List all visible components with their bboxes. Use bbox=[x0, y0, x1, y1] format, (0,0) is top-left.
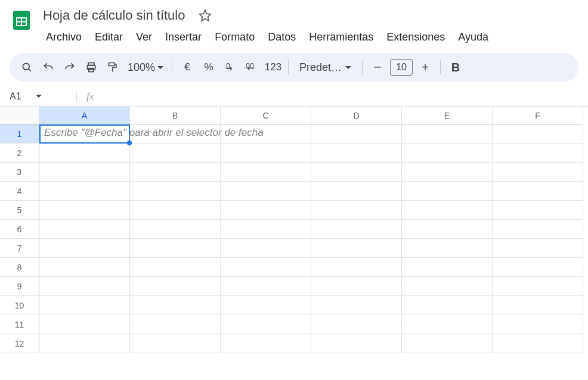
undo-icon[interactable] bbox=[38, 57, 58, 77]
cell[interactable] bbox=[221, 239, 311, 258]
cell[interactable] bbox=[221, 144, 311, 163]
cell[interactable] bbox=[39, 239, 130, 258]
row-header[interactable]: 7 bbox=[0, 239, 39, 258]
bold-button[interactable]: B bbox=[445, 57, 466, 77]
cell[interactable] bbox=[130, 315, 221, 334]
document-title[interactable]: Hoja de cálculo sin título bbox=[39, 7, 188, 24]
cell[interactable] bbox=[39, 334, 130, 353]
cell[interactable] bbox=[39, 296, 130, 315]
cell[interactable] bbox=[130, 144, 221, 163]
row-header[interactable]: 4 bbox=[0, 182, 39, 201]
cell[interactable] bbox=[39, 258, 130, 277]
cell[interactable] bbox=[39, 201, 130, 220]
cell[interactable] bbox=[221, 277, 311, 296]
row-header[interactable]: 5 bbox=[0, 201, 39, 220]
row-header[interactable]: 1 bbox=[0, 124, 39, 144]
cell[interactable] bbox=[402, 315, 493, 334]
row-header[interactable]: 2 bbox=[0, 144, 39, 163]
increase-font-size-button[interactable]: + bbox=[415, 57, 435, 77]
search-icon[interactable] bbox=[17, 57, 37, 77]
zoom-dropdown[interactable]: 100% bbox=[124, 61, 167, 74]
cell[interactable] bbox=[402, 296, 493, 315]
cell[interactable] bbox=[402, 201, 493, 220]
cell[interactable] bbox=[221, 220, 311, 239]
font-family-dropdown[interactable]: Predet… bbox=[293, 61, 357, 74]
cell[interactable] bbox=[311, 258, 402, 277]
cell[interactable] bbox=[130, 124, 221, 144]
cell[interactable] bbox=[402, 144, 493, 163]
cell[interactable] bbox=[493, 315, 583, 334]
cell[interactable] bbox=[402, 334, 493, 353]
row-header[interactable]: 9 bbox=[0, 277, 39, 296]
menu-extensiones[interactable]: Extensiones bbox=[380, 27, 451, 47]
cell[interactable] bbox=[221, 124, 311, 144]
select-all-corner[interactable] bbox=[0, 107, 39, 124]
cell[interactable] bbox=[221, 334, 311, 353]
cell[interactable] bbox=[221, 296, 311, 315]
paint-format-icon[interactable] bbox=[103, 57, 123, 77]
row-header[interactable]: 10 bbox=[0, 296, 39, 315]
cell[interactable] bbox=[493, 277, 583, 296]
column-header[interactable]: F bbox=[493, 107, 583, 124]
cell[interactable] bbox=[402, 163, 493, 182]
formula-input[interactable] bbox=[97, 86, 588, 106]
cell[interactable] bbox=[39, 220, 130, 239]
cell[interactable] bbox=[493, 239, 583, 258]
row-header[interactable]: 6 bbox=[0, 220, 39, 239]
increase-decimal-icon[interactable]: .00 bbox=[242, 57, 262, 77]
column-header[interactable]: E bbox=[402, 107, 493, 124]
cell[interactable] bbox=[493, 144, 583, 163]
cell[interactable] bbox=[311, 296, 402, 315]
cell[interactable] bbox=[493, 124, 583, 144]
cell[interactable] bbox=[221, 258, 311, 277]
cell[interactable] bbox=[39, 163, 130, 182]
cell[interactable] bbox=[402, 182, 493, 201]
cell[interactable] bbox=[130, 258, 221, 277]
decrease-decimal-icon[interactable]: .0 bbox=[220, 57, 240, 77]
cell[interactable] bbox=[311, 144, 402, 163]
cell[interactable] bbox=[39, 124, 130, 144]
cell[interactable] bbox=[130, 277, 221, 296]
cell[interactable] bbox=[311, 182, 402, 201]
redo-icon[interactable] bbox=[60, 57, 80, 77]
row-header[interactable]: 12 bbox=[0, 334, 39, 353]
cell[interactable] bbox=[493, 334, 583, 353]
cell[interactable] bbox=[311, 163, 402, 182]
cell[interactable] bbox=[402, 239, 493, 258]
number-format-button[interactable]: 123 bbox=[263, 57, 283, 77]
cell[interactable] bbox=[130, 296, 221, 315]
cell[interactable] bbox=[311, 201, 402, 220]
cell[interactable] bbox=[311, 315, 402, 334]
sheets-logo[interactable] bbox=[10, 8, 33, 32]
name-box[interactable]: A1 bbox=[5, 91, 70, 102]
menu-archivo[interactable]: Archivo bbox=[39, 27, 88, 47]
menu-insertar[interactable]: Insertar bbox=[159, 27, 208, 47]
font-size-input[interactable] bbox=[390, 59, 413, 76]
menu-editar[interactable]: Editar bbox=[88, 27, 129, 47]
cell[interactable] bbox=[311, 334, 402, 353]
menu-datos[interactable]: Datos bbox=[261, 27, 302, 47]
cell[interactable] bbox=[39, 182, 130, 201]
cell[interactable] bbox=[402, 277, 493, 296]
cell[interactable] bbox=[39, 144, 130, 163]
cell[interactable] bbox=[130, 182, 221, 201]
cell[interactable] bbox=[39, 315, 130, 334]
column-header[interactable]: A bbox=[39, 107, 130, 124]
cell[interactable] bbox=[39, 277, 130, 296]
print-icon[interactable] bbox=[81, 57, 101, 77]
star-icon[interactable] bbox=[196, 6, 215, 25]
cell[interactable] bbox=[221, 201, 311, 220]
cell[interactable] bbox=[130, 163, 221, 182]
menu-formato[interactable]: Formato bbox=[208, 27, 261, 47]
decrease-font-size-button[interactable]: − bbox=[367, 57, 388, 77]
cell[interactable] bbox=[221, 315, 311, 334]
cell[interactable] bbox=[130, 239, 221, 258]
cell[interactable] bbox=[493, 258, 583, 277]
cell[interactable] bbox=[493, 201, 583, 220]
cell[interactable] bbox=[402, 124, 493, 144]
cell[interactable] bbox=[402, 258, 493, 277]
cell[interactable] bbox=[221, 182, 311, 201]
cell[interactable] bbox=[311, 239, 402, 258]
row-header[interactable]: 3 bbox=[0, 163, 39, 182]
cell[interactable] bbox=[311, 277, 402, 296]
